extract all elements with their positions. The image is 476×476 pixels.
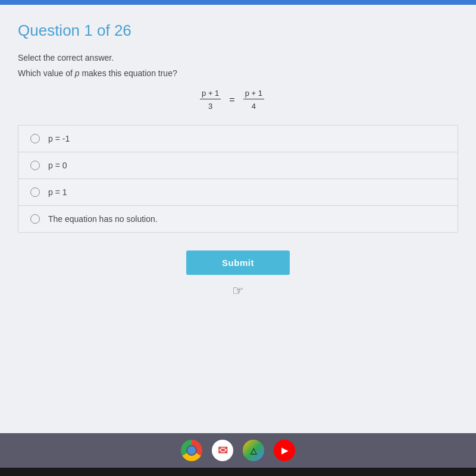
right-fraction: p + 1 4: [243, 89, 264, 111]
left-numerator: p + 1: [200, 89, 221, 99]
option-c[interactable]: p = 1: [18, 179, 458, 206]
screen: Question 1 of 26 Select the correct answ…: [0, 0, 476, 476]
options-container: p = -1 p = 0 p = 1 The equation has no s…: [18, 125, 458, 233]
radio-d[interactable]: [30, 214, 40, 224]
question-text: Which value of p makes this equation tru…: [18, 68, 458, 78]
content-area: Question 1 of 26 Select the correct answ…: [0, 5, 476, 433]
variable-p: p: [75, 68, 80, 78]
gmail-icon[interactable]: ✉: [212, 440, 233, 461]
option-c-label: p = 1: [48, 187, 67, 197]
bottom-bar: [0, 468, 476, 476]
option-b-label: p = 0: [48, 161, 67, 170]
browser-top-bar: [0, 0, 476, 5]
chrome-icon[interactable]: [181, 440, 202, 461]
cursor-indicator: ☞: [18, 283, 458, 299]
option-d[interactable]: The equation has no solution.: [18, 206, 458, 232]
drive-icon[interactable]: △: [243, 440, 264, 461]
submit-button[interactable]: Submit: [186, 250, 290, 275]
equation: p + 1 3 = p + 1 4: [200, 89, 264, 111]
equation-area: p + 1 3 = p + 1 4: [18, 89, 458, 111]
right-numerator: p + 1: [243, 89, 264, 99]
equals-sign: =: [229, 95, 234, 105]
left-denominator: 3: [206, 101, 214, 111]
radio-a[interactable]: [30, 134, 40, 143]
instruction-text: Select the correct answer.: [18, 53, 458, 62]
option-a-label: p = -1: [48, 134, 70, 143]
option-b[interactable]: p = 0: [18, 152, 458, 179]
radio-b[interactable]: [30, 161, 40, 170]
option-d-label: The equation has no solution.: [48, 214, 158, 224]
option-a[interactable]: p = -1: [18, 126, 458, 152]
radio-c[interactable]: [30, 187, 40, 197]
youtube-icon[interactable]: ▶: [274, 440, 295, 461]
question-title: Question 1 of 26: [18, 21, 458, 40]
browser-area: Question 1 of 26 Select the correct answ…: [0, 0, 476, 433]
submit-area: Submit: [18, 250, 458, 275]
left-fraction: p + 1 3: [200, 89, 221, 111]
right-denominator: 4: [250, 101, 258, 111]
taskbar: ✉ △ ▶: [0, 433, 476, 468]
